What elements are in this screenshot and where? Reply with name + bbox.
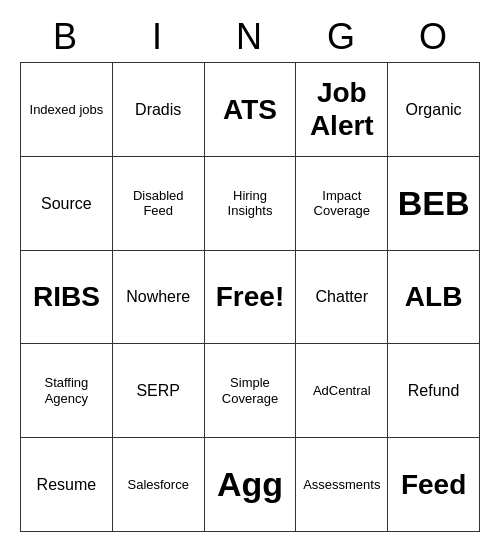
bingo-cell-2: ATS [205, 63, 297, 157]
bingo-cell-10: RIBS [21, 251, 113, 345]
bingo-cell-18: AdCentral [296, 344, 388, 438]
bingo-cell-23: Assessments [296, 438, 388, 532]
header-letter-o: O [388, 12, 480, 62]
bingo-cell-6: Disabled Feed [113, 157, 205, 251]
header-letter-i: I [112, 12, 204, 62]
bingo-cell-11: Nowhere [113, 251, 205, 345]
bingo-cell-13: Chatter [296, 251, 388, 345]
bingo-cell-0: Indexed jobs [21, 63, 113, 157]
bingo-cell-14: ALB [388, 251, 480, 345]
bingo-cell-19: Refund [388, 344, 480, 438]
bingo-cell-8: Impact Coverage [296, 157, 388, 251]
bingo-cell-15: Staffing Agency [21, 344, 113, 438]
bingo-cell-17: Simple Coverage [205, 344, 297, 438]
bingo-cell-21: Salesforce [113, 438, 205, 532]
bingo-cell-12: Free! [205, 251, 297, 345]
bingo-cell-24: Feed [388, 438, 480, 532]
bingo-grid: Indexed jobsDradisATSJob AlertOrganicSou… [20, 62, 480, 532]
bingo-cell-22: Agg [205, 438, 297, 532]
bingo-cell-1: Dradis [113, 63, 205, 157]
bingo-header: BINGO [20, 12, 480, 62]
header-letter-b: B [20, 12, 112, 62]
bingo-cell-4: Organic [388, 63, 480, 157]
bingo-cell-9: BEB [388, 157, 480, 251]
bingo-cell-16: SERP [113, 344, 205, 438]
header-letter-n: N [204, 12, 296, 62]
bingo-cell-3: Job Alert [296, 63, 388, 157]
bingo-cell-5: Source [21, 157, 113, 251]
bingo-cell-7: Hiring Insights [205, 157, 297, 251]
bingo-card: BINGO Indexed jobsDradisATSJob AlertOrga… [20, 12, 480, 532]
bingo-cell-20: Resume [21, 438, 113, 532]
header-letter-g: G [296, 12, 388, 62]
